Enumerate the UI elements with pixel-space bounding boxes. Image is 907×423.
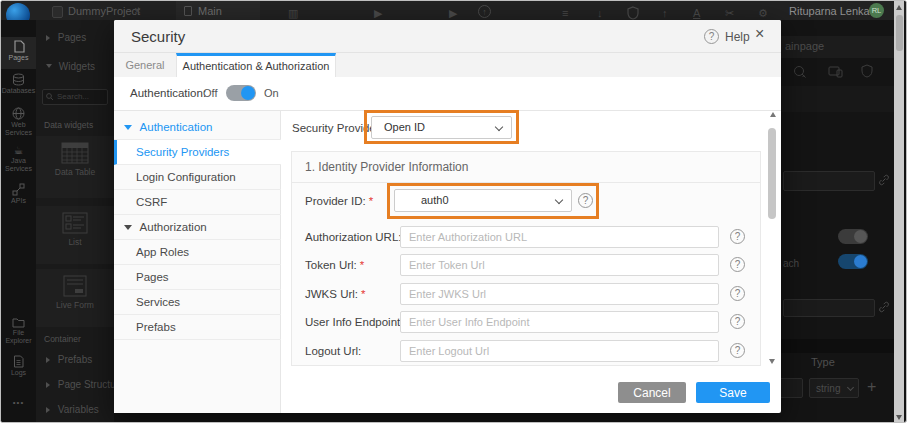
export-icon[interactable]: ↑	[662, 6, 668, 20]
tab-main[interactable]: Main	[176, 1, 260, 20]
preview-video-icon[interactable]: ▶	[374, 6, 382, 20]
link-icon[interactable]	[878, 301, 890, 313]
toggle-off-label: Off	[203, 87, 217, 99]
run-icon[interactable]: ▶	[449, 6, 457, 20]
nav-item-services[interactable]: Services	[114, 290, 281, 315]
jwks-url-input[interactable]	[400, 283, 719, 305]
widget-tile-list[interactable]: List	[36, 206, 114, 264]
rail-item-file-explorer[interactable]: File Explorer	[1, 317, 36, 345]
tab-general[interactable]: General	[114, 53, 176, 77]
settings-gear-icon[interactable]: ⚙	[758, 6, 768, 20]
data-table-icon	[61, 142, 89, 164]
close-project-icon[interactable]: ×	[134, 4, 141, 18]
deploy-cloud-icon[interactable]: ↑	[478, 5, 491, 18]
save-button[interactable]: Save	[696, 382, 770, 403]
user-info-endpoint-label: User Info Endpoint:*	[305, 316, 411, 328]
wavemaker-logo-icon[interactable]	[6, 3, 30, 20]
app-scrollbar[interactable]	[894, 1, 904, 423]
help-icon[interactable]: ?	[730, 314, 745, 329]
scrollbar-thumb[interactable]	[896, 15, 903, 51]
rail-item-databases[interactable]: Databases	[1, 73, 36, 95]
group-label-data-widgets: Data widgets	[36, 120, 114, 130]
link-icon[interactable]	[878, 174, 890, 186]
tree-item-prefabs[interactable]: Prefabs	[36, 354, 114, 365]
toggle-on-label: On	[264, 87, 279, 99]
scroll-up-icon[interactable]	[896, 5, 902, 10]
token-url-input[interactable]	[400, 254, 719, 276]
widget-tile-data-table[interactable]: Data Table	[36, 136, 114, 198]
bound-property-input[interactable]	[783, 171, 875, 191]
nav-item-app-roles[interactable]: App Roles	[114, 240, 281, 265]
search-icon	[46, 93, 54, 101]
help-link[interactable]: Help	[725, 30, 750, 44]
nav-section-authentication[interactable]: Authentication	[114, 115, 281, 140]
scroll-down-icon[interactable]	[769, 359, 775, 364]
scroll-down-icon[interactable]	[896, 415, 902, 420]
property-toggle-on[interactable]	[838, 254, 868, 269]
rail-more-icon[interactable]: •••	[1, 398, 36, 407]
tab-authentication-authorization[interactable]: Authentication & Authorization	[176, 53, 336, 77]
help-icon[interactable]: ?	[704, 29, 719, 44]
widget-search-input[interactable]: Search...	[42, 89, 108, 105]
widgets-section-row[interactable]: Widgets	[36, 61, 114, 72]
tree-item-page-structure[interactable]: Page Structure	[36, 379, 114, 390]
highlight-box-provider-id	[387, 183, 599, 219]
authorization-url-input[interactable]	[400, 226, 719, 248]
rail-item-web-services[interactable]: Web Services	[1, 107, 36, 137]
pages-section-row[interactable]: Pages	[36, 32, 114, 43]
help-icon[interactable]: ?	[730, 286, 745, 301]
user-name[interactable]: Rituparna Lenka	[789, 5, 870, 17]
variable-name-input[interactable]	[781, 378, 803, 398]
authentication-toggle-row: Authentication: Off On	[114, 77, 781, 110]
log-file-icon	[13, 355, 24, 368]
devices-icon[interactable]	[828, 66, 843, 78]
rail-item-logs[interactable]: Logs	[1, 355, 36, 377]
import-icon[interactable]: ↓	[597, 6, 603, 20]
nav-item-prefabs[interactable]: Prefabs	[114, 315, 281, 340]
rail-item-java-services[interactable]: ☕ Java Services	[1, 145, 36, 173]
panel-row-stripe	[781, 86, 894, 112]
help-icon[interactable]: ?	[730, 343, 745, 358]
translate-icon[interactable]: A	[693, 6, 700, 20]
nav-item-pages[interactable]: Pages	[114, 265, 281, 290]
section-title: 1. Identity Provider Information	[305, 160, 468, 174]
rail-item-apis[interactable]: APIs	[1, 183, 36, 205]
form-scrollbar[interactable]	[767, 112, 778, 364]
help-icon[interactable]: ?	[730, 229, 745, 244]
chevron-down-icon	[124, 125, 132, 130]
authentication-toggle[interactable]	[226, 85, 256, 101]
nav-section-authorization[interactable]: Authorization	[114, 215, 281, 240]
tree-item-variables[interactable]: Variables	[36, 404, 114, 415]
help-icon[interactable]: ?	[730, 257, 745, 272]
nav-item-login-configuration[interactable]: Login Configuration	[114, 165, 281, 190]
identity-provider-section: 1. Identity Provider Information Provide…	[291, 151, 761, 366]
scrollbar-thumb[interactable]	[768, 128, 776, 219]
logout-url-input[interactable]	[400, 340, 719, 362]
database-icon	[12, 73, 25, 86]
user-info-endpoint-input[interactable]	[400, 311, 719, 333]
scissors-icon[interactable]: ✂	[725, 6, 734, 20]
cancel-button[interactable]: Cancel	[618, 382, 686, 403]
nav-item-security-providers[interactable]: Security Providers	[114, 140, 281, 165]
menu-lines-icon[interactable]: ≡	[562, 6, 568, 20]
shield-icon[interactable]	[627, 6, 639, 20]
type-select[interactable]: string	[809, 378, 859, 398]
scroll-up-icon[interactable]	[770, 112, 776, 117]
provider-id-label: Provider ID:*	[305, 195, 373, 207]
shield-outline-icon[interactable]	[861, 64, 873, 78]
add-variable-button[interactable]: +	[867, 378, 876, 396]
widget-tile-live-form[interactable]: Live Form	[36, 269, 114, 327]
close-icon[interactable]: ×	[755, 25, 764, 43]
project-name: DummyProject	[68, 5, 140, 17]
chevron-right-icon	[46, 382, 50, 388]
page-name-label: ainpage	[785, 40, 824, 52]
property-toggle-off[interactable]	[838, 229, 868, 244]
avatar[interactable]: RL	[869, 3, 884, 18]
nav-item-csrf[interactable]: CSRF	[114, 190, 281, 215]
chevron-down-icon	[847, 384, 854, 391]
rail-item-pages[interactable]: Pages	[1, 37, 36, 69]
inspect-cursor-icon[interactable]	[793, 65, 807, 79]
coffee-cup-icon: ☕	[1, 145, 36, 156]
bound-property-input-2[interactable]	[783, 299, 875, 317]
split-view-icon[interactable]: ▥	[288, 6, 298, 20]
